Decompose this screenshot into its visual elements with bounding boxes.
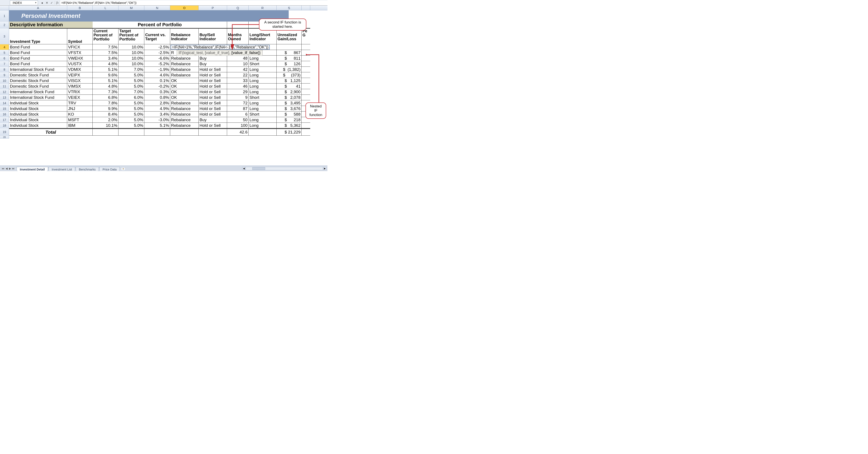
cell-S[interactable]: $ 41 bbox=[277, 84, 302, 89]
cell-N[interactable]: 5.1% bbox=[144, 123, 170, 128]
cell-S[interactable]: $ 126 bbox=[277, 61, 302, 67]
cell-R[interactable]: Long bbox=[249, 100, 277, 106]
cell-L[interactable]: 7.8% bbox=[93, 100, 119, 106]
cancel-icon[interactable]: ✕ bbox=[45, 1, 49, 4]
cell-O[interactable]: Rebalance bbox=[170, 67, 198, 72]
cell-S[interactable]: $ (373) bbox=[277, 72, 302, 78]
cell-Q[interactable]: 50 bbox=[227, 117, 249, 123]
cell-O[interactable]: OK bbox=[170, 89, 198, 95]
cell-L[interactable]: 7.3% bbox=[93, 89, 119, 95]
cell-Q[interactable]: 29 bbox=[227, 89, 249, 95]
new-sheet-icon[interactable]: ✦ bbox=[121, 167, 126, 171]
hdr-T[interactable]: Pe G bbox=[302, 28, 310, 44]
cell-M[interactable]: 5.0% bbox=[119, 111, 144, 117]
hdr-R[interactable]: Long/Short Indicator bbox=[249, 28, 277, 44]
cell-R[interactable]: Long bbox=[249, 72, 277, 78]
col-header-M[interactable]: M bbox=[119, 6, 144, 10]
cell-M[interactable]: 10.0% bbox=[119, 56, 144, 61]
cell-R[interactable]: Short bbox=[249, 111, 277, 117]
cell-R[interactable]: Short bbox=[249, 95, 277, 100]
tab-benchmarks[interactable]: Benchmarks bbox=[75, 167, 99, 171]
cell-M[interactable]: 5.0% bbox=[119, 123, 144, 128]
row-header-20[interactable]: 20 bbox=[0, 136, 9, 139]
cell-B[interactable]: KO bbox=[67, 111, 93, 117]
cell-N[interactable]: 0.1% bbox=[144, 78, 170, 84]
cell-T[interactable] bbox=[302, 84, 310, 89]
cell-A[interactable]: Individual Stock bbox=[9, 111, 67, 117]
row-header-7[interactable]: 7 bbox=[0, 61, 9, 67]
cell-Q[interactable]: 87 bbox=[227, 106, 249, 111]
cell-N[interactable]: 3.4% bbox=[144, 111, 170, 117]
cell-O[interactable]: Rebalance bbox=[170, 111, 198, 117]
cell-P[interactable]: Hold or Sell bbox=[198, 84, 227, 89]
cell-P[interactable]: Hold or Sell bbox=[198, 89, 227, 95]
cell-N[interactable]: -3.0% bbox=[144, 117, 170, 123]
col-header-P[interactable]: P bbox=[198, 6, 227, 10]
cell-Q[interactable]: 48 bbox=[227, 56, 249, 61]
col-header-N[interactable]: N bbox=[144, 6, 170, 10]
cell-A[interactable]: International Stock Fund bbox=[9, 89, 67, 95]
cell-Q[interactable]: 33 bbox=[227, 78, 249, 84]
cell-L[interactable]: 7.5% bbox=[93, 44, 119, 50]
cell-L[interactable]: 2.0% bbox=[93, 117, 119, 123]
cell-M[interactable]: 5.0% bbox=[119, 117, 144, 123]
cell-A[interactable]: Individual Stock bbox=[9, 123, 67, 128]
go-icon[interactable]: ● bbox=[40, 1, 44, 4]
cell-T[interactable] bbox=[302, 44, 310, 50]
cell-P[interactable]: Hold or Sell bbox=[198, 100, 227, 106]
col-header-B[interactable]: B bbox=[67, 6, 93, 10]
row-header-5[interactable]: 5 bbox=[0, 50, 9, 56]
cell-L[interactable]: 10.1% bbox=[93, 123, 119, 128]
cell-B[interactable]: VFSTX bbox=[67, 50, 93, 56]
cell-L[interactable]: 4.8% bbox=[93, 84, 119, 89]
cell-L[interactable]: 6.8% bbox=[93, 95, 119, 100]
cell-Q[interactable]: 72 bbox=[227, 100, 249, 106]
cell-N[interactable]: 2.8% bbox=[144, 100, 170, 106]
inline-formula-edit[interactable]: =IF(N4>1%,"Rebalance",IF(N4<-1%,"Rebalan… bbox=[170, 45, 270, 50]
cell-O[interactable]: Rebalance bbox=[170, 106, 198, 111]
hscroll-thumb[interactable] bbox=[252, 167, 265, 170]
cell-N[interactable]: -2.5% bbox=[144, 44, 170, 50]
cell-T[interactable] bbox=[302, 89, 310, 95]
cell-M[interactable]: 5.0% bbox=[119, 106, 144, 111]
tab-investment-detail[interactable]: Investment Detail bbox=[17, 167, 48, 171]
col-header-A[interactable]: A bbox=[9, 6, 67, 10]
cell-T[interactable] bbox=[302, 95, 310, 100]
row-header-13[interactable]: 13 bbox=[0, 95, 9, 100]
cell-S[interactable] bbox=[277, 44, 302, 50]
hdr-P[interactable]: Buy/Sell Indicator bbox=[198, 28, 227, 44]
cell-R[interactable]: Long bbox=[249, 84, 277, 89]
row-header-16[interactable]: 16 bbox=[0, 111, 9, 117]
cell-O[interactable]: Rebalance bbox=[170, 100, 198, 106]
cell-B[interactable]: VISGX bbox=[67, 78, 93, 84]
hscroll-track[interactable] bbox=[246, 167, 323, 170]
cell-A[interactable]: Bond Fund bbox=[9, 56, 67, 61]
hscroll-right-icon[interactable]: ▶ bbox=[323, 167, 327, 170]
cell-O[interactable]: Rebalance bbox=[170, 72, 198, 78]
cell-L[interactable]: 8.4% bbox=[93, 111, 119, 117]
enter-icon[interactable]: ✓ bbox=[50, 1, 54, 4]
cell-P[interactable]: Hold or Sell bbox=[198, 67, 227, 72]
row-header-9[interactable]: 9 bbox=[0, 72, 9, 78]
row-header-8[interactable]: 8 bbox=[0, 67, 9, 72]
hdr-A[interactable]: Investment Type bbox=[9, 28, 67, 44]
cell-Q[interactable]: 22 bbox=[227, 72, 249, 78]
row-header-14[interactable]: 14 bbox=[0, 100, 9, 106]
cell-B[interactable]: TRV bbox=[67, 100, 93, 106]
cell-Q[interactable]: 42 bbox=[227, 67, 249, 72]
cell-M[interactable]: 7.0% bbox=[119, 89, 144, 95]
col-header-edge[interactable] bbox=[302, 6, 310, 10]
cell-N[interactable]: -1.9% bbox=[144, 67, 170, 72]
cell-B[interactable]: IBM bbox=[67, 123, 93, 128]
total-label[interactable]: Total bbox=[9, 128, 93, 136]
cell-A[interactable]: Individual Stock bbox=[9, 117, 67, 123]
hdr-M[interactable]: Target Percent of Portfolio bbox=[119, 28, 144, 44]
cell-S[interactable]: $ 218 bbox=[277, 117, 302, 123]
total-M[interactable] bbox=[119, 128, 144, 136]
cell-Q[interactable]: 6 bbox=[227, 111, 249, 117]
row-header-15[interactable]: 15 bbox=[0, 106, 9, 111]
cell-B[interactable]: VDMIX bbox=[67, 67, 93, 72]
total-L[interactable] bbox=[93, 128, 119, 136]
cell-N[interactable]: 0.8% bbox=[144, 95, 170, 100]
row-header-1[interactable]: 1 bbox=[0, 10, 9, 22]
